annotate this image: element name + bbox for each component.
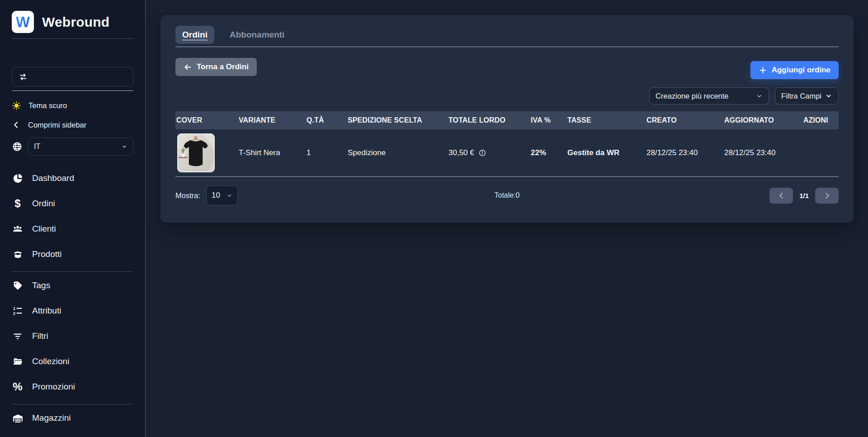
sidebar-item-filtri[interactable]: Filtri xyxy=(12,326,133,346)
chevron-right-icon xyxy=(823,191,831,200)
nav-group-logistics: Magazzini xyxy=(12,408,133,428)
total-count: Totale:0 xyxy=(494,191,519,200)
col-header-totale: TOTALE LORDO xyxy=(448,116,531,124)
toolbar-filters: Creazione più recente Filtra Campi xyxy=(175,87,839,104)
sidebar-divider xyxy=(12,90,133,91)
app-title: Webround xyxy=(42,14,109,30)
sidebar-item-label: Filtri xyxy=(32,331,48,341)
chevron-down-icon xyxy=(756,93,763,100)
nav-divider xyxy=(12,271,133,272)
filter-select-value: Filtra Campi xyxy=(781,92,821,100)
col-header-qta: Q.TÀ xyxy=(302,116,348,124)
filter-fields-select[interactable]: Filtra Campi xyxy=(775,87,839,104)
sort-select-value: Creazione più recente xyxy=(656,92,728,100)
main-content: Ordini Abbonamenti Torna a Ordini Aggiun… xyxy=(146,0,868,437)
orders-table: COVER VARIANTE Q.TÀ SPEDIZIONE SCELTA TO… xyxy=(175,111,839,214)
qty-cell: 1 xyxy=(302,148,348,157)
sidebar-item-clienti[interactable]: Clienti xyxy=(12,219,133,239)
language-value: IT xyxy=(34,142,40,151)
logo-row: W Webround xyxy=(12,11,133,39)
pagination: 1/1 xyxy=(769,188,839,204)
svg-text:1: 1 xyxy=(13,306,15,311)
nav-group-main: Dashboard $ Ordini Clienti xyxy=(12,168,133,264)
info-icon[interactable] xyxy=(478,149,486,157)
page-size-control: Mostra: 10 xyxy=(175,185,238,205)
chevron-left-icon xyxy=(777,191,786,200)
site-switch-input[interactable] xyxy=(12,67,133,86)
logo-letter: W xyxy=(16,14,30,31)
add-order-button[interactable]: Aggiungi ordine xyxy=(750,61,839,79)
box-icon xyxy=(12,249,24,260)
arrow-left-icon xyxy=(184,63,192,71)
created-cell: 28/12/25 23:40 xyxy=(646,148,724,157)
sidebar-item-magazzini[interactable]: Magazzini xyxy=(12,408,133,428)
table-row[interactable]: T-Shirt Nera 1 Spedizione 30,50 € 22% Ge… xyxy=(175,129,839,177)
cover-cell xyxy=(176,133,239,172)
sidebar-item-ordini[interactable]: $ Ordini xyxy=(12,194,133,214)
app-root: W Webround Tema scuro Comprimi sidebar xyxy=(0,0,868,437)
sidebar-item-tags[interactable]: Tags xyxy=(12,276,133,295)
language-row: IT xyxy=(12,138,133,156)
gross-total-cell: 30,50 € xyxy=(448,148,531,157)
tabs: Ordini Abbonamenti xyxy=(175,26,839,44)
theme-toggle-label: Tema scuro xyxy=(28,101,67,110)
sidebar: W Webround Tema scuro Comprimi sidebar xyxy=(0,0,146,437)
language-select[interactable]: IT xyxy=(28,138,133,156)
col-header-cover: COVER xyxy=(176,116,239,124)
sidebar-item-label: Attributi xyxy=(32,306,61,316)
sidebar-item-label: Prodotti xyxy=(32,249,61,259)
vat-cell: 22% xyxy=(531,148,567,157)
page-size-value: 10 xyxy=(212,191,220,200)
sidebar-item-label: Dashboard xyxy=(32,173,74,183)
swap-arrows-icon xyxy=(18,72,28,82)
numbered-list-icon: 1 2 xyxy=(12,305,24,316)
updated-cell: 28/12/25 23:40 xyxy=(724,148,803,157)
col-header-azioni: AZIONI xyxy=(803,116,838,124)
sidebar-item-attributi[interactable]: 1 2 Attributi xyxy=(12,301,133,321)
sort-select[interactable]: Creazione più recente xyxy=(649,87,769,104)
toolbar-primary: Torna a Ordini Aggiungi ordine xyxy=(175,58,839,79)
tab-abbonamenti[interactable]: Abbonamenti xyxy=(230,26,284,44)
next-page-button[interactable] xyxy=(815,188,839,204)
theme-toggle[interactable]: Tema scuro xyxy=(12,101,133,110)
chevron-left-icon xyxy=(12,120,21,129)
taxes-cell: Gestite da WR xyxy=(567,148,646,157)
nav-group-catalog: Tags 1 2 Attributi xyxy=(12,276,133,397)
sidebar-item-label: Promozioni xyxy=(32,382,75,392)
sidebar-item-dashboard[interactable]: Dashboard xyxy=(12,168,133,188)
chevron-down-icon xyxy=(226,193,232,199)
webround-logo-icon: W xyxy=(12,11,34,33)
users-icon xyxy=(12,223,24,235)
col-header-aggiornato: AGGIORNATO xyxy=(724,116,803,124)
back-to-orders-button[interactable]: Torna a Ordini xyxy=(175,58,257,76)
collapse-sidebar-label: Comprimi sidebar xyxy=(28,121,86,129)
prev-page-button[interactable] xyxy=(769,188,793,204)
back-button-label: Torna a Ordini xyxy=(197,62,249,71)
col-header-creato: CREATO xyxy=(646,116,724,124)
gross-total-value: 30,50 € xyxy=(448,148,474,157)
sidebar-item-promozioni[interactable]: % Promozioni xyxy=(12,377,133,397)
sidebar-item-label: Ordini xyxy=(32,199,55,209)
sidebar-item-label: Collezioni xyxy=(32,356,69,366)
sidebar-item-collezioni[interactable]: Collezioni xyxy=(12,352,133,371)
shipping-cell: Spedizione xyxy=(348,148,448,157)
page-size-select[interactable]: 10 xyxy=(206,185,238,205)
globe-icon xyxy=(12,141,23,152)
svg-text:2: 2 xyxy=(13,311,15,316)
sidebar-item-label: Tags xyxy=(32,280,50,290)
filter-icon xyxy=(12,331,24,342)
nav-divider xyxy=(12,404,133,404)
collapse-sidebar-button[interactable]: Comprimi sidebar xyxy=(12,120,133,129)
tag-icon xyxy=(12,280,24,291)
tab-ordini[interactable]: Ordini xyxy=(175,26,214,44)
plus-icon xyxy=(759,66,767,75)
pie-chart-icon xyxy=(12,173,24,184)
sidebar-item-label: Clienti xyxy=(32,224,56,234)
product-cover-image[interactable] xyxy=(177,133,215,172)
col-header-spedizione: SPEDIZIONE SCELTA xyxy=(348,116,448,124)
chevron-down-icon xyxy=(121,143,127,150)
sidebar-item-prodotti[interactable]: Prodotti xyxy=(12,244,133,264)
add-button-label: Aggiungi ordine xyxy=(772,66,830,75)
dollar-icon: $ xyxy=(12,198,24,209)
warehouse-icon xyxy=(12,413,24,424)
